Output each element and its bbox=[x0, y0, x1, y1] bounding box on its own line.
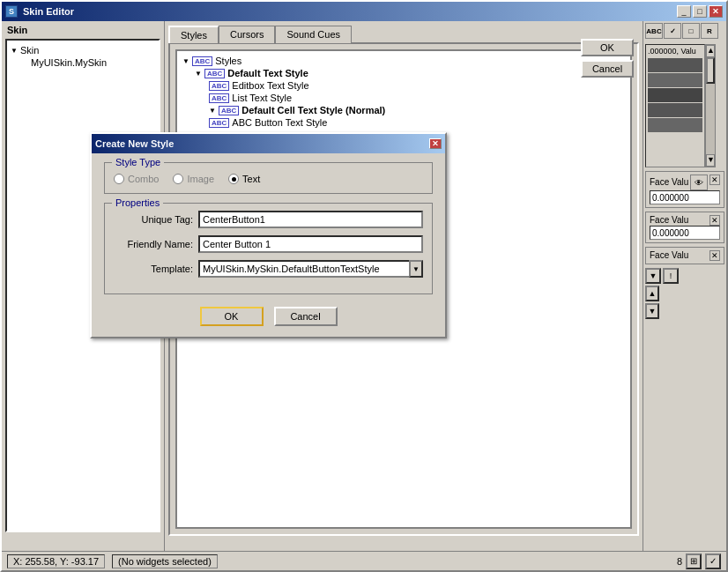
radio-dot-combo bbox=[114, 174, 124, 184]
dialog-overlay: Create New Style ✕ Style Type Combo bbox=[2, 2, 726, 570]
dialog-body: Style Type Combo Image bbox=[92, 153, 445, 337]
dialog-title-bar: Create New Style ✕ bbox=[92, 134, 445, 153]
select-arrow-icon[interactable]: ▼ bbox=[409, 260, 423, 278]
radio-image[interactable]: Image bbox=[173, 174, 214, 184]
template-label: Template: bbox=[114, 264, 193, 274]
main-window: S Skin Editor _ □ ✕ Skin ▼ Skin MyUISkin… bbox=[0, 0, 728, 572]
radio-label-text: Text bbox=[242, 174, 260, 184]
radio-group: Combo Image Text bbox=[114, 170, 423, 184]
unique-tag-row: Unique Tag: bbox=[114, 211, 423, 228]
template-row: Template: MyUISkin.MySkin.DefaultButtonT… bbox=[114, 260, 423, 278]
friendly-name-input[interactable] bbox=[198, 235, 423, 253]
properties-group: Properties Unique Tag: Friendly Name: bbox=[104, 203, 433, 294]
unique-tag-input[interactable] bbox=[198, 211, 423, 228]
dialog-close-button[interactable]: ✕ bbox=[429, 138, 442, 149]
radio-text[interactable]: Text bbox=[228, 174, 260, 184]
friendly-name-label: Friendly Name: bbox=[114, 239, 193, 249]
unique-tag-label: Unique Tag: bbox=[114, 214, 193, 225]
dialog-ok-button[interactable]: OK bbox=[200, 307, 264, 326]
dialog-cancel-button[interactable]: Cancel bbox=[274, 307, 338, 326]
radio-dot-text bbox=[228, 174, 239, 184]
radio-label-combo: Combo bbox=[128, 174, 159, 184]
style-type-label: Style Type bbox=[112, 157, 164, 167]
friendly-name-row: Friendly Name: bbox=[114, 235, 423, 253]
radio-label-image: Image bbox=[187, 174, 214, 184]
create-new-style-dialog: Create New Style ✕ Style Type Combo bbox=[90, 132, 447, 338]
radio-dot-image bbox=[173, 174, 183, 184]
template-select-wrapper: MyUISkin.MySkin.DefaultButtonTextStyle ▼ bbox=[198, 260, 423, 278]
template-select[interactable]: MyUISkin.MySkin.DefaultButtonTextStyle bbox=[198, 260, 423, 278]
style-type-group: Style Type Combo Image bbox=[104, 162, 433, 194]
dialog-buttons: OK Cancel bbox=[104, 307, 433, 326]
radio-combo[interactable]: Combo bbox=[114, 174, 159, 184]
dialog-title: Create New Style bbox=[95, 138, 174, 149]
properties-label: Properties bbox=[112, 197, 163, 208]
